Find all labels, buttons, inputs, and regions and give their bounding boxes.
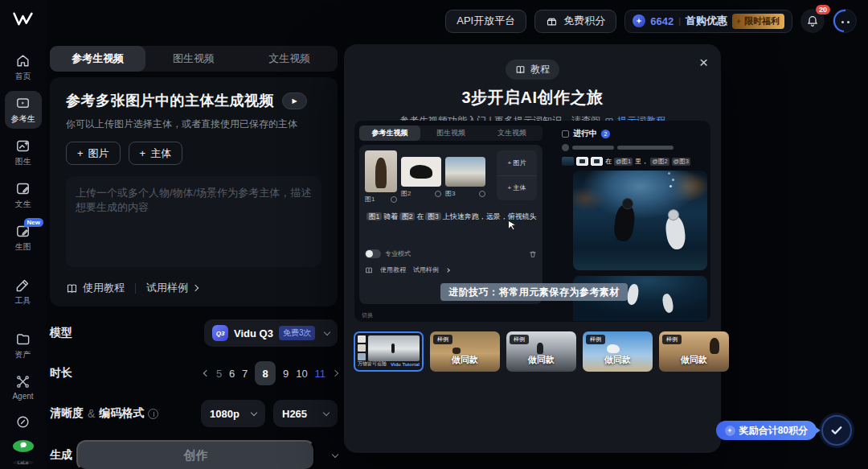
- duration-option[interactable]: 7: [242, 368, 248, 380]
- mini-sample-label: 试用样例: [413, 265, 439, 274]
- topbar: API开放平台 免费积分 6642 | 首购优惠 限时福利 20: [445, 9, 857, 33]
- plus-icon: +: [140, 147, 146, 159]
- codec-label: 编码格式: [99, 406, 144, 421]
- book-icon: [365, 266, 373, 274]
- caption-tag: @图1: [614, 158, 633, 166]
- mini-add-column: + 图片 + 主体: [497, 150, 537, 200]
- sidebar-item-label: 文生: [15, 199, 31, 210]
- sample-card-polar-bear[interactable]: 样例 做同款: [583, 331, 653, 372]
- first-purchase-promo[interactable]: 首购优惠: [686, 14, 727, 28]
- thumb-label: 图3: [445, 189, 455, 198]
- reward-bubble[interactable]: 奖励合计80积分: [716, 421, 817, 440]
- sidebar-item-label: 工具: [15, 295, 31, 306]
- tab-image-video[interactable]: 图生视频: [145, 46, 241, 72]
- tutorial-link[interactable]: 使用教程: [66, 281, 125, 295]
- notifications-button[interactable]: 20: [800, 9, 825, 33]
- caption-text: 里，: [635, 157, 648, 166]
- sidebar-item-label: 生图: [15, 241, 31, 253]
- notification-count-badge: 20: [816, 5, 830, 14]
- sidebar-item-assets[interactable]: 资产: [5, 327, 42, 364]
- resolution-select[interactable]: 1080p: [201, 400, 265, 427]
- text-to-video-icon: [15, 181, 31, 196]
- sidebar-item-home[interactable]: 首页: [5, 48, 42, 86]
- info-icon[interactable]: [148, 409, 158, 419]
- free-credits-button[interactable]: 免费积分: [534, 10, 616, 33]
- duration-option[interactable]: 9: [283, 368, 289, 380]
- caption-text: 在: [605, 157, 612, 166]
- tutorial-card-selected[interactable]: 万物皆可追随 Vidu Tutorial: [354, 331, 424, 372]
- generate-label: 生成: [50, 448, 72, 463]
- checkin-button[interactable]: [821, 415, 852, 446]
- duration-option[interactable]: 5: [216, 368, 222, 380]
- add-image-button[interactable]: + 图片: [66, 142, 121, 165]
- wechat-icon[interactable]: [13, 440, 34, 452]
- progress-count-badge: 2: [601, 130, 610, 138]
- book-icon: [66, 282, 78, 294]
- advanced-tip-overlay: 进阶技巧：将常用元素保存为参考素材: [440, 283, 628, 301]
- codec-select[interactable]: H265: [273, 400, 338, 427]
- duration-option-selected[interactable]: 8: [255, 361, 276, 385]
- sample-card-desert[interactable]: 样例 做同款: [430, 331, 500, 372]
- chevron-down-icon: [324, 328, 330, 335]
- sidebar-item-label: 图生: [15, 156, 31, 167]
- duration-row: 时长 5 6 7 8 9 10 11: [50, 360, 338, 387]
- api-platform-button[interactable]: API开放平台: [445, 10, 526, 33]
- tutorial-link-label: 使用教程: [83, 281, 125, 295]
- chevron-left-icon[interactable]: [203, 370, 210, 376]
- tab-text-video[interactable]: 文生视频: [242, 46, 338, 72]
- caption-tag: @图2: [650, 158, 669, 166]
- sample-card-canyon[interactable]: 样例 做同款: [659, 331, 729, 372]
- duration-option[interactable]: 6: [229, 368, 235, 380]
- sidebar-item-agent[interactable]: Agent: [5, 369, 42, 405]
- duration-carousel: 5 6 7 8 9 10 11: [204, 360, 338, 387]
- swap-icon: [479, 191, 485, 197]
- tab-reference-video[interactable]: 参考生视频: [50, 46, 145, 72]
- mini-tab-image: 图生视频: [420, 125, 481, 141]
- mode-tabbar: 参考生视频 图生视频 文生视频: [50, 46, 338, 72]
- image-gen-icon: New: [15, 224, 31, 239]
- sidebar-item-text-to-video[interactable]: 文生: [5, 176, 42, 214]
- prompt-textarea[interactable]: [66, 176, 321, 267]
- image-to-video-icon: [15, 138, 31, 154]
- sidebar-item-tools[interactable]: 工具: [5, 273, 42, 311]
- duration-option[interactable]: 10: [296, 368, 307, 380]
- sidebar-item-reference-gen[interactable]: 参考生: [5, 91, 42, 129]
- sample-cards-row: 万物皆可追随 Vidu Tutorial 样例 做同款 样例 做同款 样例 做同…: [354, 331, 729, 372]
- duration-option[interactable]: 11: [315, 368, 326, 380]
- card-footer-text: 万物皆可追随: [358, 360, 387, 368]
- tools-icon: [15, 278, 31, 293]
- credits-pill[interactable]: 6642 | 首购优惠 限时福利: [624, 10, 792, 33]
- reference-image-2-horse: [401, 157, 441, 187]
- api-platform-label: API开放平台: [457, 14, 515, 28]
- result-thumb: [591, 157, 603, 166]
- model-label: 模型: [50, 326, 72, 340]
- sidebar-item-image-to-video[interactable]: 图生: [5, 134, 42, 171]
- try-sample-link[interactable]: 试用样例: [146, 281, 198, 295]
- close-icon[interactable]: ×: [699, 54, 708, 72]
- model-select[interactable]: Q3 Vidu Q3 免费3次: [204, 319, 338, 347]
- add-subject-button[interactable]: + 主体: [129, 142, 183, 165]
- result-thumb: [576, 157, 588, 166]
- chevron-right-icon[interactable]: [332, 370, 338, 376]
- avatar[interactable]: [833, 9, 857, 33]
- swap-icon: [435, 191, 441, 197]
- sidebar-item-feedback[interactable]: [5, 409, 42, 434]
- prompt-text: 在: [416, 212, 424, 220]
- add-subject-label: 主体: [150, 146, 171, 161]
- quality-label: 清晰度: [50, 406, 84, 421]
- diver-dark-figure: [612, 204, 636, 243]
- switch-hint: 切换: [362, 311, 373, 319]
- folder-icon: [15, 331, 31, 347]
- coin-icon: [725, 426, 735, 436]
- result-caption-row: 在 @图1 里， @图2 @图3: [562, 157, 710, 166]
- sidebar-item-image-gen[interactable]: New 生图: [5, 219, 42, 257]
- codec-value: H265: [282, 408, 307, 420]
- create-button[interactable]: 创作: [76, 440, 315, 469]
- prompt-text: 上快速奔跑，远景，俯视镜头: [443, 212, 537, 220]
- prompt-text: 骑着: [383, 212, 398, 220]
- limited-time-badge: 限时福利: [732, 14, 784, 29]
- play-intro-button[interactable]: ▶: [282, 93, 307, 109]
- sample-card-city[interactable]: 样例 做同款: [506, 331, 576, 372]
- chevron-right-icon: [192, 285, 199, 291]
- lala-social-icon[interactable]: LaLa: [13, 460, 34, 465]
